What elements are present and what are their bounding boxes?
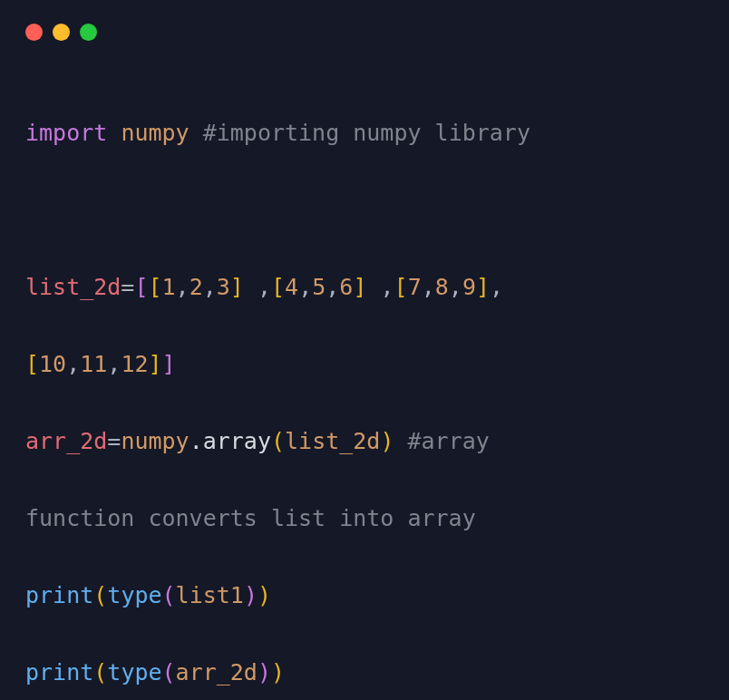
bracket: ]: [230, 274, 244, 300]
comment: function converts list into array: [25, 505, 476, 531]
code-line-6: print(type(arr_2d)): [25, 654, 704, 693]
number: 8: [435, 274, 449, 300]
bracket: [: [271, 274, 285, 300]
paren: (: [162, 659, 176, 685]
paren: (: [93, 582, 107, 608]
keyword-import: import: [25, 120, 107, 146]
argument: list_2d: [285, 428, 380, 454]
comma: ,: [326, 274, 339, 300]
close-icon[interactable]: [25, 24, 43, 41]
number: 4: [285, 274, 298, 300]
comma: ,: [203, 274, 217, 300]
comma: ,: [366, 274, 394, 300]
bracket: [: [25, 351, 39, 377]
number: 6: [339, 274, 353, 300]
paren: ): [244, 582, 258, 608]
code-line-3b: [10,11,12]]: [25, 345, 704, 384]
operator: =: [107, 428, 121, 454]
paren: ): [258, 582, 271, 608]
comma: ,: [449, 274, 462, 300]
paren: ): [380, 428, 394, 454]
function: array: [203, 428, 271, 454]
comma: ,: [176, 274, 190, 300]
number: 1: [162, 274, 176, 300]
number: 12: [121, 351, 148, 377]
dot: .: [190, 428, 203, 454]
comment: #array: [408, 428, 503, 454]
number: 10: [39, 351, 66, 377]
comment: #importing numpy library: [203, 120, 530, 146]
code-line-4b: function converts list into array: [25, 500, 704, 539]
minimize-icon[interactable]: [53, 24, 70, 41]
argument: arr_2d: [176, 659, 258, 685]
comma: ,: [298, 274, 312, 300]
paren: (: [271, 428, 285, 454]
bracket: [: [134, 274, 148, 300]
comma: ,: [244, 274, 271, 300]
code-line-5: print(type(list1)): [25, 577, 704, 616]
comma: ,: [66, 351, 80, 377]
bracket: ]: [149, 351, 162, 377]
maximize-icon[interactable]: [80, 24, 97, 41]
bracket: ]: [162, 351, 176, 377]
bracket: [: [148, 274, 161, 300]
paren: ): [271, 659, 285, 685]
comma: ,: [422, 274, 435, 300]
variable: list_2d: [25, 274, 121, 300]
bracket: ]: [476, 274, 490, 300]
module: numpy: [121, 428, 189, 454]
space: [394, 428, 407, 454]
function: print: [25, 582, 93, 608]
module-numpy: numpy: [121, 120, 189, 146]
paren: (: [162, 582, 176, 608]
blank-line: [25, 191, 704, 230]
number: 11: [80, 351, 107, 377]
function: type: [107, 659, 161, 685]
function: print: [25, 659, 93, 685]
paren: (: [93, 659, 107, 685]
code-line-3: list_2d=[[1,2,3] ,[4,5,6] ,[7,8,9],: [25, 268, 704, 307]
variable: arr_2d: [25, 428, 107, 454]
argument: list1: [176, 582, 244, 608]
code-block: import numpy #importing numpy library li…: [0, 50, 729, 700]
number: 9: [462, 274, 476, 300]
code-line-4: arr_2d=numpy.array(list_2d) #array: [25, 423, 704, 462]
bracket: [: [394, 274, 408, 300]
code-line-1: import numpy #importing numpy library: [25, 114, 704, 153]
window-controls: [0, 0, 729, 50]
paren: ): [258, 659, 271, 685]
comma: ,: [107, 351, 121, 377]
number: 5: [312, 274, 326, 300]
function: type: [107, 582, 161, 608]
operator: =: [121, 274, 134, 300]
comma: ,: [490, 274, 503, 300]
bracket: ]: [353, 274, 366, 300]
number: 3: [217, 274, 230, 300]
number: 2: [190, 274, 203, 300]
number: 7: [408, 274, 422, 300]
